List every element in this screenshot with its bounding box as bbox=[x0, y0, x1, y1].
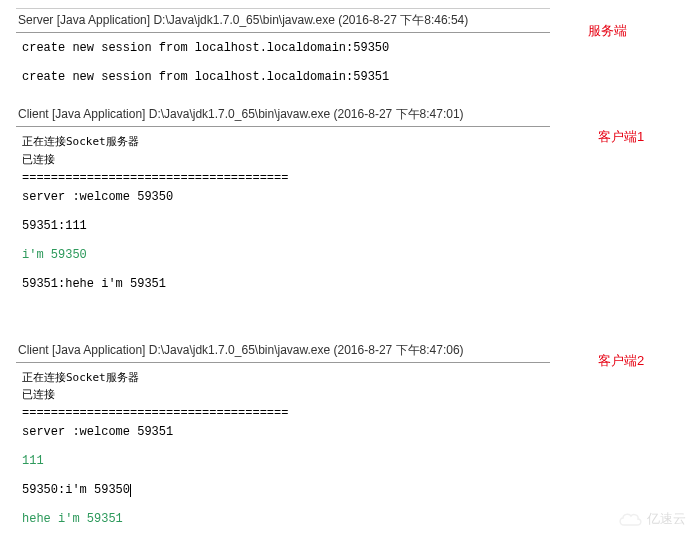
annotation-client2: 客户端2 bbox=[598, 352, 644, 370]
annotation-client1: 客户端1 bbox=[598, 128, 644, 146]
console-line-mine: 111 bbox=[22, 452, 544, 471]
console-line: 正在连接Socket服务器 bbox=[22, 369, 544, 387]
console-line: 59351:hehe i'm 59351 bbox=[22, 275, 544, 294]
console-line: server :welcome 59351 bbox=[22, 423, 544, 442]
text-cursor bbox=[130, 484, 131, 497]
watermark-text: 亿速云 bbox=[647, 510, 686, 528]
console-line: 59351:111 bbox=[22, 217, 544, 236]
console-line-mine: i'm 59350 bbox=[22, 246, 544, 265]
server-console-output[interactable]: create new session from localhost.locald… bbox=[16, 37, 550, 95]
watermark: 亿速云 bbox=[617, 510, 686, 528]
console-divider: ===================================== bbox=[22, 404, 544, 423]
console-line: 已连接 bbox=[22, 151, 544, 169]
server-panel: Server [Java Application] D:\Java\jdk1.7… bbox=[0, 0, 550, 95]
console-line: 正在连接Socket服务器 bbox=[22, 133, 544, 151]
console-line: server :welcome 59350 bbox=[22, 188, 544, 207]
client2-console-output[interactable]: 正在连接Socket服务器 已连接 ======================… bbox=[16, 367, 550, 535]
server-console-header: Server [Java Application] D:\Java\jdk1.7… bbox=[16, 8, 550, 33]
client1-console-header: Client [Java Application] D:\Java\jdk1.7… bbox=[16, 103, 550, 127]
console-line: 59350:i'm 59350 bbox=[22, 481, 544, 500]
console-line: create new session from localhost.locald… bbox=[22, 39, 544, 58]
console-line-mine: hehe i'm 59351 bbox=[22, 510, 544, 529]
console-divider: ===================================== bbox=[22, 169, 544, 188]
client2-panel: Client [Java Application] D:\Java\jdk1.7… bbox=[0, 331, 550, 535]
client1-console-output[interactable]: 正在连接Socket服务器 已连接 ======================… bbox=[16, 131, 550, 302]
console-line: create new session from localhost.locald… bbox=[22, 68, 544, 87]
client2-console-header: Client [Java Application] D:\Java\jdk1.7… bbox=[16, 339, 550, 363]
annotation-server: 服务端 bbox=[588, 22, 627, 40]
cloud-icon bbox=[617, 511, 643, 527]
console-line: 已连接 bbox=[22, 386, 544, 404]
client1-panel: Client [Java Application] D:\Java\jdk1.7… bbox=[0, 95, 550, 302]
